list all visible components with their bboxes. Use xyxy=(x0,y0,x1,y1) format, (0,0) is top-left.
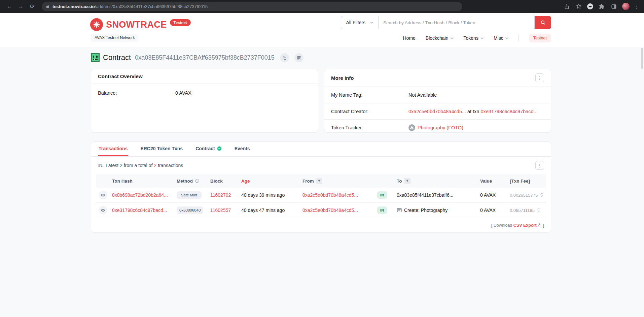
url-bar[interactable]: testnet.snowtrace.io/address/0xa03e85f44… xyxy=(42,2,462,11)
nav-item-label: Home xyxy=(403,35,415,41)
token-tracker-link[interactable]: Photography (FOTO) xyxy=(418,125,463,130)
fee-text: 0.0026515775 xyxy=(510,193,538,198)
qr-code-button[interactable] xyxy=(294,53,303,62)
contract-doc-icon xyxy=(397,208,402,213)
more-info-card-title: More Info xyxy=(331,75,354,81)
col-from: From xyxy=(300,178,374,184)
brand-logo[interactable]: SNOWTRACE Testnet xyxy=(90,18,191,31)
download-icon xyxy=(538,223,542,227)
tab-label: Contract xyxy=(195,146,215,151)
filter-icon xyxy=(405,179,409,183)
scrollbar-thumb[interactable] xyxy=(641,48,643,69)
tx-table-menu-button[interactable]: ⋮ xyxy=(535,161,544,170)
transactions-card: Transactions ERC20 Token Txns Contract E… xyxy=(91,141,551,233)
balance-value: 0 AVAX xyxy=(175,90,191,96)
block-link[interactable]: 11602702 xyxy=(210,192,231,198)
contract-creator-label: Contract Creator: xyxy=(331,109,408,114)
search-box: All Filters xyxy=(341,16,551,29)
nav-item[interactable]: Home xyxy=(403,35,415,41)
creator-txn-link[interactable]: 0xe31798c6c84c97bacd... xyxy=(480,109,537,114)
tab-label: Events xyxy=(235,146,250,151)
tab[interactable]: Events xyxy=(234,142,251,156)
reload-button[interactable]: ⟳ xyxy=(28,2,37,11)
tx-table-header: Txn Hash Method Block Age From To Value … xyxy=(96,174,546,188)
creator-address-link[interactable]: 0xa2c5e0bd70b48a4cd5... xyxy=(408,109,466,114)
testnet-network-button[interactable]: Testnet xyxy=(529,34,551,42)
page-title-row: Contract 0xa03E85F4411e37CBAff635975bf38… xyxy=(91,51,644,64)
value-text: 0 AVAX xyxy=(480,208,496,213)
to-filter-button[interactable] xyxy=(404,178,410,184)
token-tracker-label: Token Tracker: xyxy=(331,125,408,130)
contract-avatar-icon xyxy=(91,53,100,62)
tab-label: ERC20 Token Txns xyxy=(140,146,183,151)
verified-check-icon xyxy=(217,146,222,151)
table-row: 0x8b698ac72bd20b2a64... Safe Mint 116027… xyxy=(96,188,546,203)
tx-table: Txn Hash Method Block Age From To Value … xyxy=(96,174,546,218)
tx-summary-text: Latest 2 from a total of 2 transactions xyxy=(106,163,183,168)
col-age[interactable]: Age xyxy=(239,179,300,184)
filter-select-label: All Filters xyxy=(346,20,365,25)
back-button[interactable]: ← xyxy=(5,2,14,11)
main-nav: Home Blockchain Tokens Misc Testnet xyxy=(403,33,551,43)
forward-button[interactable]: → xyxy=(16,2,26,11)
view-tx-button[interactable] xyxy=(99,191,107,199)
search-filter-select[interactable]: All Filters xyxy=(341,16,378,29)
profile-avatar[interactable] xyxy=(622,3,630,10)
more-info-card: More Info ⋮ My Name Tag: Not Available C… xyxy=(324,69,551,133)
csv-export-link[interactable]: CSV Export xyxy=(513,223,537,228)
filter-icon xyxy=(317,179,321,183)
snowflake-icon xyxy=(90,18,103,31)
token-logo-icon xyxy=(408,124,415,131)
tab-bar: Transactions ERC20 Token Txns Contract E… xyxy=(91,142,551,157)
nav-item[interactable]: Blockchain xyxy=(426,35,454,41)
network-label: AVAX Testnet Network xyxy=(91,34,138,42)
direction-badge: IN xyxy=(377,191,387,199)
creator-at-text: at txn xyxy=(467,109,479,114)
search-input[interactable] xyxy=(378,16,535,29)
from-address-link[interactable]: 0xa2c5e0bd70b48a4cd5... xyxy=(302,208,358,213)
nav-divider xyxy=(518,34,519,42)
txn-hash-link[interactable]: 0xe31798c6c84c97bacd... xyxy=(112,208,167,213)
tab[interactable]: Contract xyxy=(195,142,222,156)
direction-badge: IN xyxy=(377,207,387,214)
tab[interactable]: Transactions xyxy=(98,142,128,156)
page-content: Contract 0xa03E85F4411e37CBAff635975bf38… xyxy=(0,47,644,317)
nav-item-label: Misc xyxy=(494,35,503,41)
more-info-menu-button[interactable]: ⋮ xyxy=(535,73,544,82)
sort-icon xyxy=(98,163,103,168)
nav-item[interactable]: Tokens xyxy=(464,35,484,41)
tx-total-count: 2 xyxy=(154,163,156,168)
contract-address: 0xa03E85F4411e37CBAff635975bf38cB2737F00… xyxy=(135,54,275,61)
to-text: Create: Photography xyxy=(404,208,448,213)
share-icon[interactable] xyxy=(563,3,570,10)
block-link[interactable]: 11602557 xyxy=(210,208,231,213)
lock-icon xyxy=(46,4,50,8)
chevron-down-icon xyxy=(370,22,373,24)
csv-export-row: [ Download CSV Export ] xyxy=(91,218,551,229)
brand-wordmark: SNOWTRACE xyxy=(106,18,167,31)
tab[interactable]: ERC20 Token Txns xyxy=(140,142,183,156)
chevron-down-icon xyxy=(451,37,454,39)
from-filter-button[interactable] xyxy=(316,178,322,184)
search-button[interactable] xyxy=(535,16,551,29)
txn-hash-link[interactable]: 0x8b698ac72bd20b2a64... xyxy=(112,192,168,198)
eye-icon xyxy=(101,193,105,197)
eye-icon xyxy=(101,208,105,213)
col-block: Block xyxy=(208,179,239,184)
url-path: /address/0xa03e85f4411e37cbaff635975bf38… xyxy=(95,4,208,9)
from-address-link[interactable]: 0xa2c5e0bd70b48a4cd5... xyxy=(302,192,358,198)
extensions-puzzle-icon[interactable] xyxy=(598,3,605,10)
info-icon[interactable] xyxy=(195,179,200,183)
col-to: To xyxy=(394,178,477,184)
qr-code-icon xyxy=(297,56,301,60)
site-header: SNOWTRACE Testnet AVAX Testnet Network A… xyxy=(0,13,644,47)
copy-address-button[interactable] xyxy=(280,53,289,62)
bookmark-star-icon[interactable] xyxy=(575,3,582,10)
sidebar-toggle-icon[interactable] xyxy=(610,3,617,10)
browser-menu-icon[interactable]: ⋮ xyxy=(634,4,639,9)
browser-chrome: ← → ⟳ testnet.snowtrace.io/address/0xa03… xyxy=(0,0,644,13)
nav-item-label: Blockchain xyxy=(426,35,449,41)
view-tx-button[interactable] xyxy=(99,206,107,215)
nav-item[interactable]: Misc xyxy=(494,35,508,41)
extension-badge-icon[interactable] xyxy=(587,3,593,9)
